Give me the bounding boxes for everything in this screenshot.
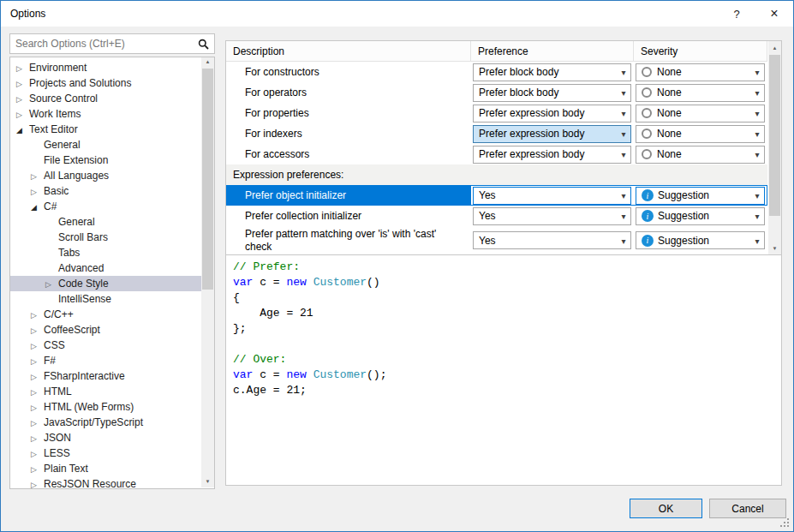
severity-dropdown[interactable]: None: [636, 84, 765, 102]
scroll-down-button[interactable]: [201, 475, 214, 487]
tree-item-file-extension[interactable]: File Extension: [10, 152, 214, 168]
chevron-right-icon[interactable]: [31, 168, 44, 184]
tree-item-html-web-forms[interactable]: HTML (Web Forms): [10, 399, 214, 415]
severity-dropdown[interactable]: None: [636, 63, 765, 81]
tree-item-fsharp[interactable]: F#: [10, 353, 214, 368]
tree-item-csharp[interactable]: C#: [10, 199, 214, 214]
chevron-right-icon[interactable]: [31, 183, 44, 200]
severity-dropdown[interactable]: Suggestion: [636, 207, 765, 225]
help-button[interactable]: ?: [718, 1, 755, 27]
scrollbar-thumb[interactable]: [202, 69, 213, 290]
dropdown-value: Prefer block body: [479, 66, 617, 78]
preference-dropdown[interactable]: Prefer expression body: [473, 146, 631, 164]
tree-item-fsharpinteractive[interactable]: FSharpInteractive: [10, 368, 214, 384]
tree-item-resjson-resource[interactable]: ResJSON Resource: [10, 476, 214, 489]
chevron-right-icon[interactable]: [31, 384, 44, 400]
severity-dropdown[interactable]: None: [636, 125, 765, 143]
row-description[interactable]: For properties: [226, 103, 471, 123]
table-row: For operators Prefer block body None: [226, 82, 767, 103]
chevron-right-icon[interactable]: [31, 445, 44, 462]
preference-dropdown[interactable]: Yes: [473, 187, 631, 205]
chevron-right-icon[interactable]: [16, 75, 29, 92]
tree-item-work-items[interactable]: Work Items: [10, 106, 214, 122]
scroll-down-button[interactable]: [768, 242, 781, 254]
tree-item-json[interactable]: JSON: [10, 430, 214, 445]
chevron-right-icon[interactable]: [31, 338, 44, 354]
preference-dropdown[interactable]: Yes: [473, 231, 631, 249]
row-description[interactable]: For constructors: [226, 62, 471, 82]
tree-item-coffeescript[interactable]: CoffeeScript: [10, 322, 214, 338]
row-description[interactable]: For indexers: [226, 123, 471, 144]
chevron-expanded-icon[interactable]: [31, 199, 44, 215]
close-button[interactable]: ×: [755, 1, 793, 27]
tree-item-css[interactable]: CSS: [10, 338, 214, 353]
resize-grip-icon[interactable]: [787, 525, 789, 527]
chevron-right-icon[interactable]: [45, 276, 58, 292]
chevron-right-icon[interactable]: [31, 461, 44, 477]
dropdown-value: Prefer expression body: [479, 107, 617, 119]
tree-scrollbar[interactable]: [201, 57, 214, 487]
chevron-right-icon[interactable]: [31, 476, 44, 490]
tree-item-advanced[interactable]: Advanced: [10, 260, 214, 276]
chevron-right-icon[interactable]: [16, 60, 29, 76]
row-description[interactable]: Prefer pattern matching over 'is' with '…: [226, 226, 471, 254]
tree-item-projects-and-solutions[interactable]: Projects and Solutions: [10, 75, 214, 91]
cancel-button[interactable]: Cancel: [709, 499, 786, 518]
tree-item-csharp-general[interactable]: General: [10, 214, 214, 230]
severity-dropdown[interactable]: Suggestion: [636, 187, 765, 205]
chevron-right-icon[interactable]: [31, 415, 44, 431]
tree-item-text-editor-general[interactable]: General: [10, 137, 214, 152]
severity-dropdown[interactable]: None: [636, 146, 765, 164]
code-line: c.Age = 21;: [233, 383, 774, 398]
row-description[interactable]: For operators: [226, 82, 471, 103]
chevron-right-icon[interactable]: [16, 106, 29, 123]
chevron-right-icon[interactable]: [31, 307, 44, 323]
chevron-down-icon: [617, 210, 630, 222]
tree-item-tabs[interactable]: Tabs: [10, 245, 214, 260]
chevron-down-icon: [750, 107, 764, 119]
ok-button[interactable]: OK: [630, 499, 702, 518]
row-description[interactable]: For accessors: [226, 144, 471, 164]
tree-item-scroll-bars[interactable]: Scroll Bars: [10, 230, 214, 245]
tree-item-intellisense[interactable]: IntelliSense: [10, 291, 214, 307]
scrollbar-thumb[interactable]: [769, 55, 780, 216]
tree-item-source-control[interactable]: Source Control: [10, 91, 214, 106]
preference-dropdown[interactable]: Prefer expression body: [473, 125, 631, 143]
chevron-right-icon[interactable]: [31, 399, 44, 415]
tree-item-plain-text[interactable]: Plain Text: [10, 461, 214, 476]
grid-scrollbar[interactable]: [768, 41, 781, 254]
row-description[interactable]: Prefer collection initializer: [226, 206, 471, 226]
tree-item-basic[interactable]: Basic: [10, 183, 214, 199]
chevron-expanded-icon[interactable]: [16, 122, 29, 138]
tree-item-text-editor[interactable]: Text Editor: [10, 122, 214, 137]
tree-item-environment[interactable]: Environment: [10, 60, 214, 75]
tree-item-javascript-typescript[interactable]: JavaScript/TypeScript: [10, 415, 214, 430]
preference-dropdown[interactable]: Prefer block body: [473, 84, 631, 102]
severity-cell: None: [634, 103, 767, 123]
severity-dropdown[interactable]: None: [636, 105, 765, 123]
tree-item-code-style[interactable]: Code Style: [10, 276, 214, 291]
scroll-up-button[interactable]: [768, 41, 781, 54]
tree-item-less[interactable]: LESS: [10, 445, 214, 461]
chevron-right-icon[interactable]: [31, 430, 44, 446]
chevron-down-icon: [750, 235, 764, 247]
row-description[interactable]: Prefer object initializer: [226, 185, 471, 206]
tree-item-html[interactable]: HTML: [10, 384, 214, 399]
preference-dropdown[interactable]: Yes: [473, 207, 631, 225]
chevron-down-icon: [750, 128, 764, 140]
search-input[interactable]: [12, 35, 198, 52]
chevron-right-icon[interactable]: [31, 353, 44, 369]
code-line: var c = new Customer(): [233, 275, 774, 290]
chevron-right-icon[interactable]: [31, 368, 44, 385]
tree-item-c-cpp[interactable]: C/C++: [10, 307, 214, 322]
preference-dropdown[interactable]: Prefer expression body: [473, 105, 631, 123]
chevron-right-icon[interactable]: [16, 91, 29, 107]
chevron-down-icon: [617, 148, 630, 160]
preference-dropdown[interactable]: Prefer block body: [473, 63, 631, 81]
severity-dropdown[interactable]: Suggestion: [636, 231, 765, 249]
titlebar[interactable]: Options ? ×: [1, 1, 793, 27]
tree-item-all-languages[interactable]: All Languages: [10, 168, 214, 183]
severity-cell: None: [634, 144, 767, 164]
chevron-right-icon[interactable]: [31, 322, 44, 338]
scroll-up-button[interactable]: [201, 57, 214, 68]
